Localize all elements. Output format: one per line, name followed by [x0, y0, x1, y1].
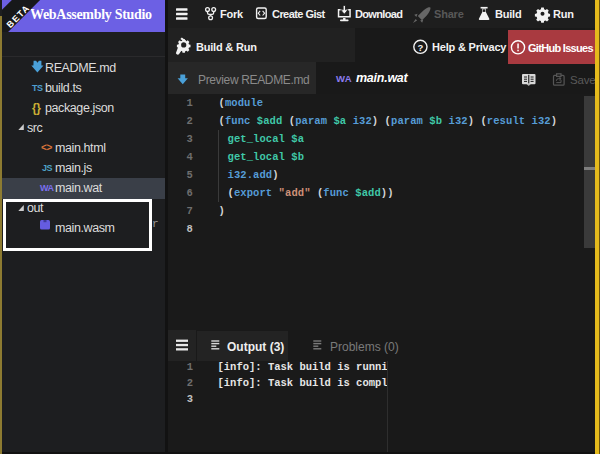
svg-text:?: ?: [417, 42, 423, 53]
